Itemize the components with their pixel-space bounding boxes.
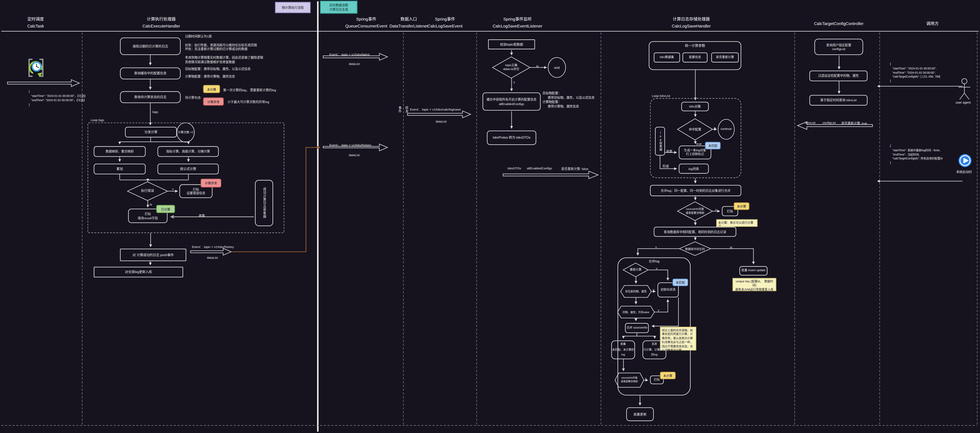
- participant-calclogsaveevent: Spring事件 CalcLogSaveEvent: [428, 16, 463, 30]
- node-indicator-calc: 指标计算、高级计算、分摊计算: [158, 146, 219, 157]
- node-accumulate: 累加: [94, 164, 146, 174]
- node-param-recalc-flag: 是否重新计算: [711, 52, 739, 62]
- loop-logs-label: Loop logs: [90, 118, 105, 121]
- participant-subtitle: CalcLogSaveEvent: [428, 23, 463, 29]
- node-formula-calc: 按公式计算: [158, 164, 219, 174]
- node-merge-log: 合并log：同一配置、同一时刻的日志对象进行合并: [650, 185, 741, 196]
- node-dispatch-calc: 分发计算: [125, 127, 177, 137]
- datalist-label: dataList: [348, 62, 360, 65]
- participant-calctargetconfigcontroller: CalcTargetConfigController: [814, 21, 864, 27]
- participant-title: 调用方: [926, 21, 939, 27]
- participant-title: 计算执行处理器: [143, 16, 180, 23]
- branch-yes-label: Y: [652, 288, 655, 291]
- branch-yes-label: Y: [513, 81, 515, 84]
- continue-circle-label: continue: [718, 126, 734, 133]
- node-clear-expired-logs: 清除过期的已计算的日志: [120, 38, 181, 55]
- node-filter-things: 过滤出这些配置中的物、属性: [809, 71, 867, 81]
- node-query-db-logs: 查询数据库中相同配置、相同时刻的日志记录: [654, 227, 736, 237]
- datalist-label: dataList: [436, 119, 447, 123]
- datalist-label: dataList: [207, 255, 218, 259]
- participant-calclogsaveeventlistener: Spring事件监听 CalcLogSaveEventListener: [493, 16, 542, 30]
- pending-includes-label: 待计算包含:: [185, 95, 201, 99]
- branch-no-label: N: [150, 202, 152, 206]
- participant-title: Spring事件监听: [493, 16, 542, 23]
- status-badge-unmatched: 未匹配: [705, 141, 721, 149]
- note-config-kinds: 目标物配置：携带目标物、属性，以及公式信息 计算物配置：携带计算物、属性信息: [185, 67, 250, 78]
- form-label: 形成: [662, 163, 669, 168]
- participant-title: Spring事件: [428, 16, 463, 23]
- branch-yes-label: Y: [655, 266, 658, 270]
- participant-subtitle: CalcExecuteHandler: [143, 23, 180, 29]
- participant-calcexecutehandler: 计算执行处理器 CalcExecuteHandler: [143, 16, 180, 30]
- branch-no-label: N: [730, 245, 732, 249]
- end-circle-label: end: [548, 64, 566, 71]
- ret-configlist-label: configList: [822, 120, 836, 124]
- event-latest-label: Event： topic = v1/tskv/latest: [329, 51, 369, 56]
- decision-exec-error-label: 执行错误: [129, 187, 166, 194]
- node-validate-topic: 校验topic和数据: [488, 39, 535, 49]
- decision-hit-config-label: 命中配置: [679, 126, 711, 133]
- hex-same-things-label: 同物、属性；不同value: [617, 309, 654, 315]
- branch-yes-label: Y: [172, 187, 174, 191]
- status-badge-not-calc-2: 未计算: [660, 371, 676, 379]
- forward-label-right: 转发: [405, 106, 409, 113]
- collect-label: 收集: [666, 148, 673, 153]
- branch-true-label: true: [696, 141, 702, 145]
- decision-recalc-label: 重新计算: [623, 267, 648, 273]
- node-discard-calculated: 丢弃 已计算、计算异常的log: [643, 341, 667, 359]
- branch-yes-label: Y: [655, 245, 657, 249]
- play-icon: [958, 154, 972, 167]
- user-agent-label: user agent: [956, 101, 970, 104]
- not-calculated-desc: 第一次计算的log， 需要重新计算的log: [223, 87, 276, 91]
- node-get-enabled-configs: 缓存中获取所有开启计算的配置信息 allEnabledConfigs: [482, 92, 541, 111]
- node-param-config-info: 配置信息: [682, 52, 708, 62]
- participant-queueconsumerevent: Spring事件 QueueConsumerEvent: [345, 16, 387, 30]
- participant-title: CalcTargetConfigController: [814, 21, 864, 27]
- node-query-cached-config: 查询缓存中的配置信息: [120, 67, 181, 79]
- node-log-list: log列表: [679, 164, 709, 174]
- calc-error-desc: 小于最大可计算次数的异常log: [228, 99, 269, 104]
- node-query-by-time: 基于指定时间查询 tskvList: [809, 95, 867, 105]
- branch-no-label: N: [714, 126, 716, 130]
- hex-sourceinfo2-label: sourceInfo完备 或者是聚合映射: [615, 375, 644, 384]
- event-history-label: Event： topic = v1/tskv/history: [192, 244, 234, 248]
- event-history-label-2: Event： topic = v1/tskv/history: [329, 142, 371, 146]
- user-agent-icon: [958, 79, 970, 99]
- participant-subtitle: DataTransferListener: [390, 23, 428, 29]
- counter-circle-label: 计算次数 +1: [177, 128, 194, 136]
- participant-datatransferlistener: 数据入口 DataTransferListener: [390, 16, 428, 30]
- participant-calctask: 定时调度 CalcTask: [27, 16, 44, 30]
- participant-title: 数据入口: [390, 16, 428, 23]
- status-badge-calc-error-2: 计算异常: [200, 179, 221, 187]
- participant-title: 定时调度: [27, 16, 44, 23]
- forward-label-left: 事件: [398, 106, 402, 113]
- hex-new-things-label: 存在新的物、属性: [620, 289, 651, 294]
- decision-db-exists-label: 数据库中存在的: [679, 246, 711, 252]
- note-not-calc-meaning: 未计算：表示可以进行计算了: [716, 219, 757, 227]
- out-configs-label: allEnabledConfigs: [527, 166, 552, 170]
- branch-yes-label: Y: [645, 376, 647, 380]
- participant-subtitle: CalcLogSaveEventListener: [493, 23, 542, 29]
- participant-title: 计算日志存储处理器: [672, 16, 711, 23]
- caller-request-payload-note: { "startTime": "2024-01-01 00:00:00", "e…: [890, 62, 940, 84]
- note-clear-expired: 过期时间默认为1周 好处：执行性能、资源消耗可以维持在比较乐观范围 坏处：无法重…: [185, 34, 263, 64]
- datalist-label: dataList: [348, 153, 360, 156]
- collect-label: 收集: [199, 213, 205, 217]
- status-badge-unmatched-2: 未匹配: [673, 278, 688, 286]
- status-badge-calculated: 已计算: [156, 205, 175, 213]
- ret-recalc-true-label: 是否重新计算: true: [841, 120, 867, 125]
- caller-startup-payload-note: { "startTime": 系统中最新log时间 - 5min, "endTi…: [890, 144, 942, 165]
- node-batch-insert-update: 批量 insert update: [740, 266, 768, 276]
- out-recalc-false-label: 是否重新计算: false: [561, 166, 589, 170]
- realtime-section-badge: 实时数据消费 计算日志生成: [320, 1, 358, 14]
- node-update-all-logs: 对全部log更新入库: [94, 266, 183, 277]
- node-batch-update: 批量更新: [626, 408, 654, 421]
- participant-caller: 调用方: [926, 21, 939, 27]
- branch-yes-label: Y: [715, 208, 717, 211]
- participant-subtitle: CalcTask: [27, 23, 44, 29]
- decision-sourceinfo-label: sourceInfo完备 或者是聚合映射: [678, 207, 713, 216]
- node-success-log-collector: 成功计算日志收集器: [255, 180, 273, 226]
- note-target-config: 目标物配置： 携带目标物、属性，以及公式信息 计算物配置： 携带计算物、属性信息: [542, 91, 595, 109]
- node-data-mapping: 数据映射、聚合映射: [94, 146, 146, 157]
- participant-title: Spring事件: [345, 16, 387, 23]
